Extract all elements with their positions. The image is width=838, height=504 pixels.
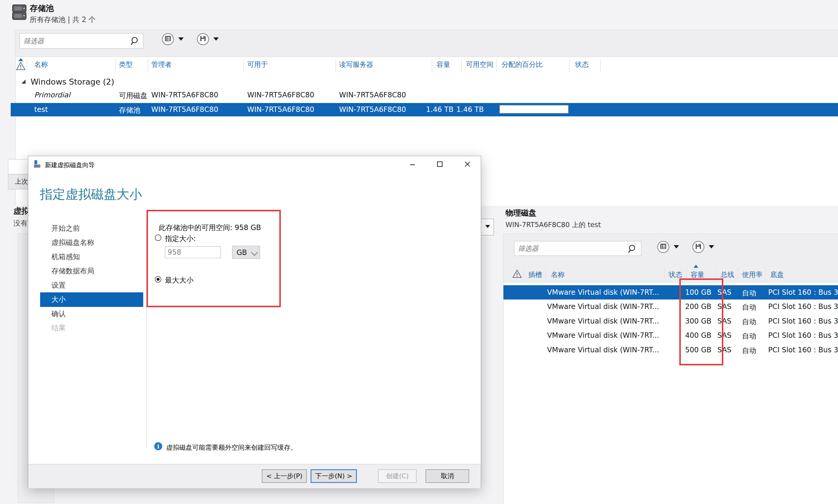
disk-usage: 自动 [742,317,756,326]
allocation-progress-bar [499,105,568,113]
maximize-button[interactable] [433,159,447,169]
sort-asc-icon[interactable] [18,58,23,61]
disk-col-usage[interactable]: 使用率 [742,270,763,279]
disk-row[interactable]: VMware Virtual disk (WIN-7RT... 400 GB S… [503,328,838,343]
disk-row[interactable]: VMware Virtual disk (WIN-7RT... 300 GB S… [503,314,838,328]
disk-list-view-caret-icon[interactable] [674,245,679,249]
pool-col-manager[interactable]: 管理者 [151,60,172,69]
pool-capacity: 1.46 TB [424,105,454,114]
pool-filter-input[interactable] [20,33,143,49]
wizard-step-settings[interactable]: 设置 [51,278,66,292]
list-view-caret-icon[interactable] [178,37,184,41]
next-button[interactable]: 下一步(N) > [310,469,357,483]
annotation-box-size-options [147,210,281,307]
disk-chassis: PCI Slot 160 : Bus 3 : [768,303,838,311]
table-row[interactable]: Primordial 可用磁盘 WIN-7RT5A6F8C80 WIN-7RT5… [11,88,838,102]
physical-disks-title: 物理磁盘 [506,208,536,218]
wizard-step-disk-name[interactable]: 虚拟磁盘名称 [51,235,94,250]
close-icon[interactable] [461,159,474,169]
table-row-selected[interactable]: test 存储池 WIN-7RT5A6F8C80 WIN-7RT5A6F8C80… [11,103,838,116]
wizard-step-results: 结果 [51,321,66,335]
pool-col-capacity[interactable]: 容量 [437,60,450,69]
save-icon [200,35,206,43]
save-query-button[interactable] [197,33,209,45]
pool-type: 可用磁盘 [119,91,148,100]
pool-manager: WIN-7RT5A6F8C80 [151,105,218,114]
disk-col-name[interactable]: 名称 [551,270,565,279]
warning-icon [512,270,522,280]
list-view-button[interactable] [162,33,174,45]
cancel-button[interactable]: 取消 [426,469,469,483]
disk-chassis: PCI Slot 160 : Bus 3 : [768,346,838,354]
disk-save-query-button[interactable] [692,241,704,253]
wizard-app-icon [34,160,42,169]
disk-name: VMware Virtual disk (WIN-7RT... [547,331,659,340]
screen: 存储池 所有存储池 | 共 2 个 名称 类型 管理者 可用于 读写服务器 容量… [0,0,838,504]
sort-asc-icon[interactable] [694,265,698,268]
panel-title: 存储池 [30,3,54,14]
list-view-icon [660,243,667,251]
pool-col-name[interactable]: 名称 [34,60,48,69]
pool-available: WIN-7RT5A6F8C80 [247,91,314,99]
disk-save-query-caret-icon[interactable] [709,245,714,249]
disk-chassis: PCI Slot 160 : Bus 3 : [768,331,838,340]
save-query-caret-icon[interactable] [213,37,219,41]
disk-name: VMware Virtual disk (WIN-7RT... [547,303,659,311]
pool-col-available[interactable]: 可用于 [247,60,268,69]
search-icon[interactable] [130,36,140,48]
disk-filter-input[interactable] [514,241,641,256]
disk-name: VMware Virtual disk (WIN-7RT... [547,288,659,296]
pool-col-status[interactable]: 状态 [575,60,589,69]
pool-rwserver: WIN-7RT5A6F8C80 [339,105,406,114]
panel-subtitle: 所有存储池 | 共 2 个 [30,15,96,24]
info-icon: i [154,442,162,450]
disk-usage: 自动 [742,288,756,298]
wizard-step-layout[interactable]: 存储数据布局 [51,264,94,278]
physical-disks-subtitle: WIN-7RT5A6F8C80 上的 test [506,220,601,230]
wizard-step-enclosure[interactable]: 机箱感知 [51,250,80,264]
new-virtual-disk-wizard: 新建虚拟磁盘向导 指定虚拟磁盘大小 开始之前 虚拟磁盘名称 机箱感知 存储数据布… [28,156,481,488]
disk-usage: 自动 [742,346,756,355]
disk-row-selected[interactable]: VMware Virtual disk (WIN-7RT... 100 GB S… [503,285,838,300]
warning-icon [16,62,25,72]
search-icon[interactable] [628,244,638,255]
wizard-heading: 指定虚拟磁盘大小 [40,186,142,203]
pool-col-freespace[interactable]: 可用空间 [466,60,493,69]
back-button[interactable]: < 上一步(P) [262,469,307,483]
wizard-window-title: 新建虚拟磁盘向导 [45,161,95,169]
wizard-step-size[interactable]: 大小 [51,292,66,307]
wizard-step-before-you-begin[interactable]: 开始之前 [51,221,80,235]
disk-col-chassis[interactable]: 底盘 [770,270,784,279]
create-button: 创建(C) [378,469,417,483]
disk-name: VMware Virtual disk (WIN-7RT... [547,317,659,325]
disk-col-status[interactable]: 状态 [669,270,682,279]
disk-chassis: PCI Slot 160 : Bus 3 : [768,317,838,325]
pool-col-type[interactable]: 类型 [119,60,133,69]
disk-row[interactable]: VMware Virtual disk (WIN-7RT... 500 GB S… [503,343,838,357]
pool-col-rwserver[interactable]: 读写服务器 [339,60,373,69]
disk-col-slot[interactable]: 插槽 [528,270,542,279]
pool-rwserver: WIN-7RT5A6F8C80 [339,91,406,99]
group-label[interactable]: Windows Storage (2) [31,77,115,86]
last-refresh-label: 上次 [15,177,28,186]
pool-name: test [34,105,48,114]
disk-usage: 自动 [742,303,756,312]
annotation-box-capacity-column [679,278,723,365]
list-view-icon [165,35,171,43]
info-text: 虚拟磁盘可能需要额外空间来创建回写缓存。 [166,443,297,452]
pool-freespace: 1.46 TB [454,105,484,114]
disk-col-bus[interactable]: 总线 [721,270,734,279]
disk-list-view-button[interactable] [657,241,669,253]
disk-row[interactable]: VMware Virtual disk (WIN-7RT... 200 GB S… [503,300,838,314]
wizard-step-confirm[interactable]: 确认 [51,307,66,321]
pool-manager: WIN-7RT5A6F8C80 [151,91,218,99]
disk-col-capacity[interactable]: 容量 [690,270,704,279]
minimize-button[interactable] [406,159,419,169]
pool-col-percent[interactable]: 分配的百分比 [502,60,543,69]
pool-available: WIN-7RT5A6F8C80 [247,105,314,114]
save-icon [695,243,702,251]
pool-type: 存储池 [119,105,140,115]
tasks-caret-icon [485,225,490,228]
disk-chassis: PCI Slot 160 : Bus 3 : [768,288,838,296]
disk-name: VMware Virtual disk (WIN-7RT... [547,346,659,354]
